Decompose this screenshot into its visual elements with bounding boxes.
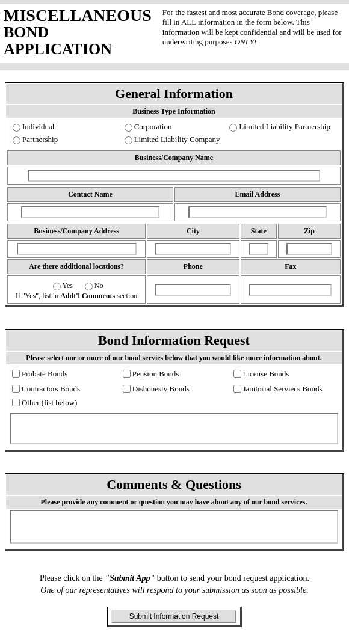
addl-loc-head: Are there additional locations?	[7, 259, 146, 274]
panel-general: General Information Business Type Inform…	[5, 82, 344, 307]
bond-title: Bond Information Request	[6, 330, 342, 351]
intro-paragraph: For the fastest and most accurate Bond c…	[162, 5, 345, 47]
header: MISCELLANEOUS BOND APPLICATION For the f…	[0, 4, 349, 61]
other-textarea[interactable]	[10, 413, 338, 444]
addl-note-post: section	[115, 292, 137, 300]
footer-line2: One of our representatives will respond …	[40, 586, 308, 595]
label-pension: Pension Bonds	[132, 369, 179, 378]
contact-name-head: Contact Name	[7, 187, 173, 202]
submit-wrap: Submit Information Request	[0, 607, 349, 639]
footer-text: Please click on the "Submit App" button …	[12, 572, 337, 596]
submit-button[interactable]: Submit Information Request	[111, 610, 237, 623]
radio-corporation[interactable]	[125, 124, 132, 132]
label-contractors: Contractors Bonds	[22, 384, 80, 393]
comments-title: Comments & Questions	[6, 474, 342, 495]
business-type-head: Business Type Information	[6, 105, 342, 118]
comments-instruct: Please provide any comment or question y…	[6, 496, 342, 509]
contact-table: Contact Name Email Address	[6, 186, 342, 222]
radio-addl-yes[interactable]	[53, 283, 61, 290]
fax-input[interactable]	[249, 284, 332, 296]
check-license[interactable]	[233, 370, 241, 378]
label-dishonesty: Dishonesty Bonds	[132, 384, 190, 393]
check-other[interactable]	[12, 399, 20, 406]
submit-frame: Submit Information Request	[107, 607, 242, 627]
addl-note-pre: If "Yes", list in	[16, 292, 60, 300]
separator-bar	[0, 63, 349, 70]
label-corporation: Corporation	[134, 122, 172, 131]
footer-line1-post: button to send your bond request applica…	[155, 574, 309, 583]
company-name-input[interactable]	[28, 170, 320, 182]
bond-checks: Probate Bonds Contractors Bonds Pension …	[6, 364, 342, 396]
label-llc: Limited Liability Company	[134, 135, 220, 144]
phone-head: Phone	[147, 259, 239, 274]
label-individual: Individual	[22, 122, 54, 131]
radio-llp[interactable]	[229, 124, 237, 132]
radio-partnership[interactable]	[13, 136, 20, 144]
check-pension[interactable]	[123, 370, 131, 378]
zip-head: Zip	[278, 224, 341, 239]
state-input[interactable]	[249, 243, 268, 255]
radio-addl-no[interactable]	[85, 283, 93, 290]
address-head: Business/Company Address	[7, 224, 146, 239]
company-name-table: Business/Company Name	[6, 149, 342, 186]
label-other: Other (list below)	[22, 398, 77, 407]
contact-name-input[interactable]	[21, 206, 160, 218]
check-probate[interactable]	[12, 370, 20, 378]
city-input[interactable]	[155, 243, 230, 255]
label-no: No	[94, 281, 103, 290]
addl-note: If "Yes", list in Addt'l Comments sectio…	[11, 292, 141, 301]
check-contractors[interactable]	[12, 385, 20, 393]
state-head: State	[241, 224, 277, 239]
address-input[interactable]	[17, 243, 137, 255]
title-line-3: APPLICATION	[4, 40, 112, 58]
top-accent-bar	[0, 0, 349, 4]
comments-textarea[interactable]	[10, 510, 338, 544]
general-title: General Information	[6, 84, 342, 104]
phone-input[interactable]	[155, 284, 230, 296]
company-name-head: Business/Company Name	[7, 150, 341, 165]
label-janitorial: Janitorial Serviecs Bonds	[243, 384, 323, 393]
check-dishonesty[interactable]	[123, 385, 131, 393]
label-yes: Yes	[63, 281, 73, 290]
label-partnership: Partnership	[22, 135, 58, 144]
fax-head: Fax	[241, 259, 341, 274]
radio-llc[interactable]	[125, 136, 132, 144]
label-probate: Probate Bonds	[22, 369, 67, 378]
radio-individual[interactable]	[13, 124, 20, 132]
label-license: License Bonds	[243, 369, 289, 378]
panel-comments: Comments & Questions Please provide any …	[5, 473, 344, 551]
page-title: MISCELLANEOUS BOND APPLICATION	[4, 5, 152, 57]
zip-input[interactable]	[286, 243, 333, 255]
label-llp: Limited Liability Partnership	[239, 122, 330, 131]
footer-line1-quote: "Submit App"	[105, 574, 155, 583]
intro-only: ONLY!	[235, 37, 257, 46]
addl-note-bold: Addt'l Comments	[60, 292, 115, 300]
title-line-2: BOND	[4, 23, 49, 41]
bond-instruct: Please select one or more of our bond se…	[6, 352, 342, 364]
address-table: Business/Company Address City State Zip …	[6, 222, 342, 305]
panel-bond: Bond Information Request Please select o…	[5, 329, 344, 452]
footer-line1-pre: Please click on the	[40, 574, 105, 583]
business-type-radios: Individual Partnership Corporation Limit…	[6, 118, 342, 149]
email-head: Email Address	[174, 187, 341, 202]
email-input[interactable]	[188, 206, 327, 218]
city-head: City	[147, 224, 239, 239]
title-line-1: MISCELLANEOUS	[4, 6, 152, 25]
check-janitorial[interactable]	[233, 385, 241, 393]
